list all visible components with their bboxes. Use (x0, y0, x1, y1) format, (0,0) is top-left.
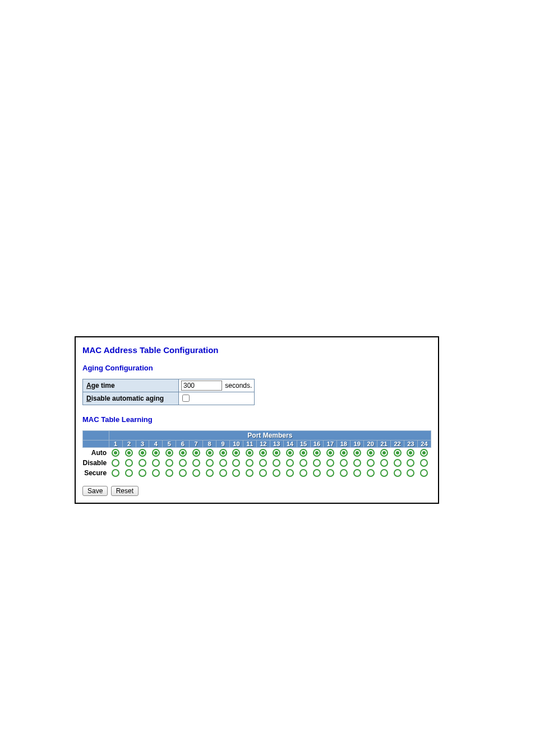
radio-disable-port-8[interactable] (206, 459, 214, 467)
radio-auto-port-19[interactable] (353, 449, 361, 457)
radio-cell (283, 458, 297, 468)
radio-cell (203, 468, 216, 478)
radio-auto-port-2[interactable] (125, 449, 133, 457)
radio-disable-port-4[interactable] (152, 459, 160, 467)
config-panel: MAC Address Table Configuration Aging Co… (75, 336, 439, 504)
radio-disable-port-13[interactable] (273, 459, 280, 467)
radio-auto-port-13[interactable] (273, 449, 280, 457)
radio-cell (256, 468, 270, 478)
radio-auto-port-20[interactable] (367, 449, 375, 457)
radio-secure-port-16[interactable] (313, 469, 321, 477)
radio-cell (176, 458, 190, 468)
radio-disable-port-2[interactable] (125, 459, 133, 467)
radio-auto-port-21[interactable] (380, 449, 388, 457)
radio-secure-port-6[interactable] (179, 469, 187, 477)
radio-disable-port-23[interactable] (407, 459, 414, 467)
radio-disable-port-19[interactable] (353, 459, 361, 467)
radio-secure-port-24[interactable] (420, 469, 428, 477)
radio-cell (270, 468, 283, 478)
radio-disable-port-18[interactable] (340, 459, 348, 467)
radio-cell (297, 468, 310, 478)
radio-disable-port-6[interactable] (179, 459, 187, 467)
radio-secure-port-19[interactable] (353, 469, 361, 477)
radio-auto-port-16[interactable] (313, 449, 321, 457)
radio-secure-port-20[interactable] (367, 469, 375, 477)
radio-secure-port-1[interactable] (112, 469, 119, 477)
radio-auto-port-8[interactable] (206, 449, 214, 457)
radio-disable-port-3[interactable] (139, 459, 146, 467)
radio-cell (337, 448, 350, 458)
radio-disable-port-21[interactable] (380, 459, 388, 467)
radio-disable-port-9[interactable] (219, 459, 227, 467)
age-time-input[interactable] (181, 381, 222, 391)
radio-disable-port-22[interactable] (394, 459, 402, 467)
radio-secure-port-7[interactable] (192, 469, 200, 477)
port-header-4: 4 (149, 440, 163, 448)
reset-button[interactable]: Reset (111, 486, 139, 496)
header-corner (83, 431, 109, 440)
radio-auto-port-3[interactable] (139, 449, 146, 457)
radio-secure-port-17[interactable] (326, 469, 334, 477)
radio-cell (243, 448, 256, 458)
radio-disable-port-10[interactable] (232, 459, 240, 467)
radio-disable-port-14[interactable] (286, 459, 294, 467)
port-header-19: 19 (350, 440, 364, 448)
radio-auto-port-5[interactable] (165, 449, 173, 457)
button-row: Save Reset (82, 486, 431, 496)
radio-secure-port-10[interactable] (232, 469, 240, 477)
radio-secure-port-2[interactable] (125, 469, 133, 477)
disable-aging-label: Disable automatic aging (83, 392, 179, 405)
radio-auto-port-17[interactable] (326, 449, 334, 457)
radio-cell (350, 468, 364, 478)
radio-secure-port-18[interactable] (340, 469, 348, 477)
radio-secure-port-8[interactable] (206, 469, 214, 477)
radio-disable-port-16[interactable] (313, 459, 321, 467)
radio-disable-port-7[interactable] (192, 459, 200, 467)
radio-cell (190, 468, 203, 478)
port-header-2: 2 (122, 440, 136, 448)
radio-secure-port-11[interactable] (246, 469, 253, 477)
radio-secure-port-22[interactable] (394, 469, 402, 477)
radio-auto-port-1[interactable] (112, 449, 119, 457)
radio-cell (377, 448, 391, 458)
radio-auto-port-7[interactable] (192, 449, 200, 457)
radio-secure-port-13[interactable] (273, 469, 280, 477)
radio-auto-port-18[interactable] (340, 449, 348, 457)
radio-auto-port-24[interactable] (420, 449, 428, 457)
radio-auto-port-23[interactable] (407, 449, 414, 457)
radio-secure-port-4[interactable] (152, 469, 160, 477)
radio-auto-port-4[interactable] (152, 449, 160, 457)
radio-disable-port-5[interactable] (165, 459, 173, 467)
radio-cell (324, 468, 337, 478)
port-members-header: Port Members (109, 431, 431, 440)
radio-disable-port-15[interactable] (299, 459, 307, 467)
radio-cell (163, 468, 176, 478)
radio-auto-port-10[interactable] (232, 449, 240, 457)
radio-auto-port-11[interactable] (246, 449, 253, 457)
port-header-12: 12 (256, 440, 270, 448)
radio-disable-port-1[interactable] (112, 459, 119, 467)
port-header-22: 22 (391, 440, 404, 448)
save-button[interactable]: Save (82, 486, 108, 496)
radio-disable-port-12[interactable] (259, 459, 267, 467)
radio-secure-port-9[interactable] (219, 469, 227, 477)
radio-secure-port-5[interactable] (165, 469, 173, 477)
radio-auto-port-22[interactable] (394, 449, 402, 457)
radio-auto-port-15[interactable] (299, 449, 307, 457)
radio-auto-port-6[interactable] (179, 449, 187, 457)
radio-secure-port-15[interactable] (299, 469, 307, 477)
disable-aging-checkbox[interactable] (182, 395, 190, 402)
radio-secure-port-23[interactable] (407, 469, 414, 477)
radio-disable-port-11[interactable] (246, 459, 253, 467)
radio-auto-port-12[interactable] (259, 449, 267, 457)
radio-disable-port-20[interactable] (367, 459, 375, 467)
radio-secure-port-12[interactable] (259, 469, 267, 477)
radio-auto-port-14[interactable] (286, 449, 294, 457)
radio-secure-port-3[interactable] (139, 469, 146, 477)
radio-auto-port-9[interactable] (219, 449, 227, 457)
radio-disable-port-17[interactable] (326, 459, 334, 467)
radio-secure-port-14[interactable] (286, 469, 294, 477)
radio-secure-port-21[interactable] (380, 469, 388, 477)
radio-disable-port-24[interactable] (420, 459, 428, 467)
radio-cell (122, 468, 136, 478)
